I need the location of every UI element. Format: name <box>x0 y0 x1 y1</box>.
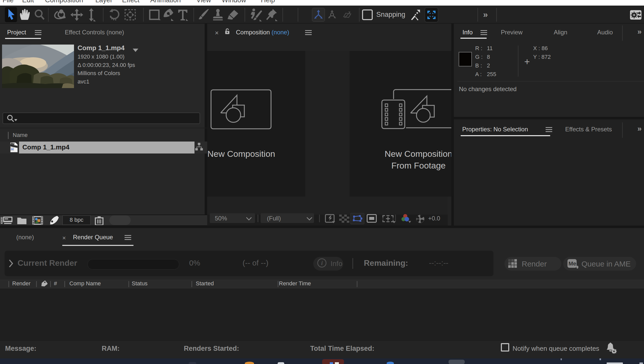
svg-text:32: 32 <box>11 148 13 150</box>
svg-text:Me: Me <box>568 260 576 267</box>
